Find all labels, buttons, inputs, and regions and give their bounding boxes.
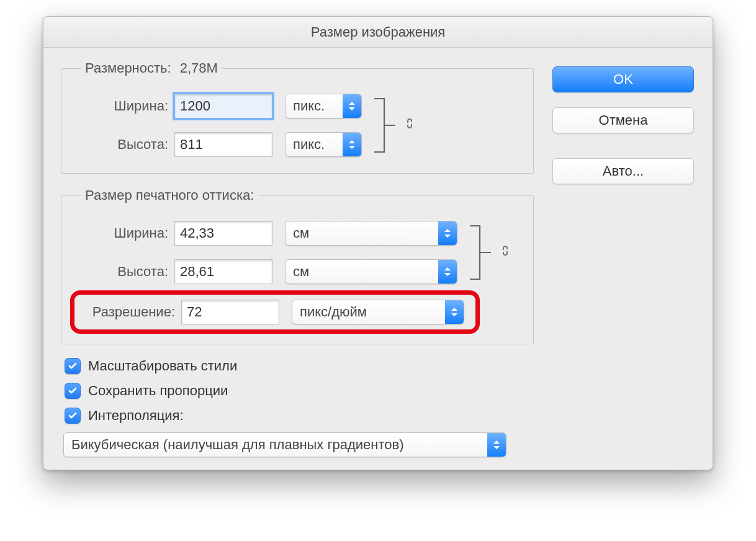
scale-styles-checkbox[interactable] [65,358,81,374]
doc-height-row: Высота: см [76,259,457,284]
doc-width-row: Ширина: см [76,221,457,246]
pixel-dimensions-size: 2,78M [180,60,218,76]
right-column: OK Отмена Авто... [534,60,695,457]
left-column: Размерность: 2,78M Ширина: пикс. [61,60,534,457]
dialog-content: Размерность: 2,78M Ширина: пикс. [43,48,713,470]
pixel-height-unit-select[interactable]: пикс. [285,132,362,157]
pixel-width-input[interactable] [174,94,272,118]
pixel-height-unit-text: пикс. [286,136,343,153]
resample-checkbox[interactable] [65,408,81,424]
pixel-link-bracket [372,94,415,157]
doc-height-unit-text: см [286,264,438,280]
ok-button[interactable]: OK [552,66,694,92]
pixel-dimensions-group: Размерность: 2,78M Ширина: пикс. [61,60,534,174]
chevron-up-down-icon [343,133,361,156]
document-size-legend: Размер печатного оттиска: [81,187,258,203]
doc-width-unit-select[interactable]: см [285,221,457,246]
constrain-proportions-checkbox[interactable] [65,383,81,399]
chevron-up-down-icon [445,300,464,324]
chevron-up-down-icon [487,433,506,457]
resample-label: Интерполяция: [88,408,184,424]
cancel-button[interactable]: Отмена [552,107,694,133]
doc-width-unit-text: см [286,225,438,241]
constrain-proportions-label: Сохранить пропорции [88,383,228,399]
pixel-width-unit-text: пикс. [286,98,343,114]
scale-styles-label: Масштабировать стили [88,358,237,374]
interpolation-select[interactable]: Бикубическая (наилучшая для плавных град… [63,432,506,457]
resolution-input[interactable] [181,300,279,324]
pixel-height-row: Высота: пикс. [76,132,362,157]
doc-height-unit-select[interactable]: см [285,259,457,284]
pixel-width-label: Ширина: [76,98,174,114]
doc-height-input[interactable] [174,259,272,284]
resolution-unit-text: пикс/дюйм [292,304,445,320]
dialog-title: Размер изображения [43,17,713,48]
pixel-height-label: Высота: [76,136,174,153]
pixel-dimensions-legend: Размерность: 2,78M [81,60,222,76]
link-icon [500,244,511,261]
resolution-label: Разрешение: [77,304,181,320]
pixel-width-row: Ширина: пикс. [76,94,362,118]
image-size-dialog: Размер изображения Размерность: 2,78M Ши… [43,16,713,470]
resolution-highlight: Разрешение: пикс/дюйм [70,290,480,334]
constrain-proportions-row: Сохранить пропорции [65,383,534,399]
link-icon [404,117,415,134]
doc-link-bracket [467,221,511,284]
pixel-height-input[interactable] [174,132,272,157]
pixel-width-unit-select[interactable]: пикс. [285,94,362,118]
scale-styles-row: Масштабировать стили [65,358,534,374]
doc-width-label: Ширина: [76,225,174,241]
document-size-group: Размер печатного оттиска: Ширина: см [61,187,534,344]
pixel-dimensions-label: Размерность: [85,60,171,76]
chevron-up-down-icon [438,221,457,245]
auto-button[interactable]: Авто... [552,158,694,184]
resolution-unit-select[interactable]: пикс/дюйм [292,300,464,324]
doc-height-label: Высота: [76,264,174,280]
chevron-up-down-icon [343,94,361,118]
resample-row: Интерполяция: [65,408,534,424]
doc-width-input[interactable] [174,221,272,246]
interpolation-text: Бикубическая (наилучшая для плавных град… [64,437,487,453]
chevron-up-down-icon [438,260,457,284]
